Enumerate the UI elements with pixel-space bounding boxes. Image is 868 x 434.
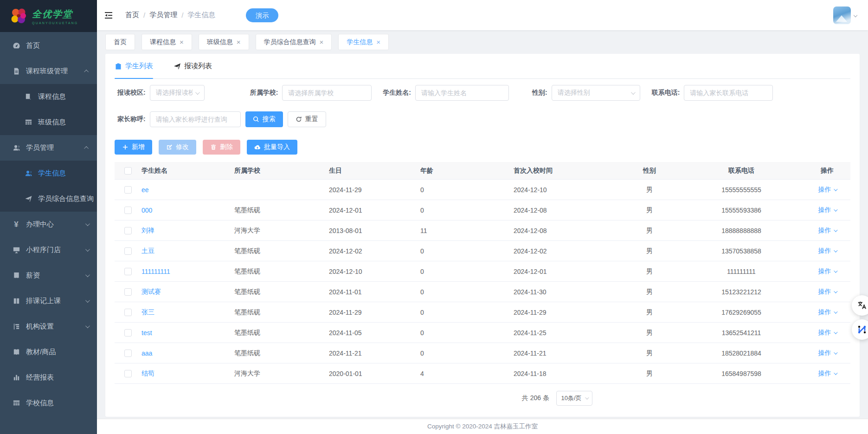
- row-checkbox[interactable]: [124, 288, 132, 296]
- search-button[interactable]: 搜索: [245, 111, 283, 127]
- reset-button[interactable]: 重置: [288, 111, 326, 127]
- chart-icon: [12, 374, 20, 382]
- edit-button[interactable]: 修改: [159, 140, 196, 155]
- student-name-link[interactable]: 000: [141, 207, 234, 214]
- filter-form: 报读校区: 请选择报读校区 所属学校: 学生姓名:: [115, 85, 850, 127]
- batch-import-button[interactable]: 批量导入: [247, 140, 297, 155]
- select-all-checkbox[interactable]: [124, 167, 132, 175]
- tab-enrollment-list[interactable]: 报读列表: [174, 54, 212, 78]
- row-action-link[interactable]: 操作: [818, 329, 836, 337]
- app-window: 全优学堂 QUANYOUXUETANG 首页 课程班级管理 课程信息: [0, 0, 868, 434]
- row-checkbox[interactable]: [124, 370, 132, 377]
- pagination-total: 共 206 条: [522, 394, 549, 402]
- row-action-link[interactable]: 操作: [818, 308, 836, 317]
- tab-student-info[interactable]: 学生信息 ×: [338, 34, 389, 50]
- gender-select[interactable]: 请选择性别: [552, 85, 640, 101]
- breadcrumb: 首页 / 学员管理 / 学生信息: [125, 11, 215, 19]
- tab-home[interactable]: 首页: [105, 34, 135, 50]
- sidebar-collapse-icon[interactable]: [104, 10, 114, 20]
- student-name-link[interactable]: 结苟: [141, 369, 234, 378]
- school-input[interactable]: [282, 85, 372, 101]
- student-name-link[interactable]: test: [141, 329, 234, 337]
- tab-student-list[interactable]: 学生列表: [115, 54, 153, 78]
- parent-title-label: 家长称呼:: [117, 115, 146, 123]
- sidebar-item-student-query[interactable]: 学员综合信息查询: [0, 186, 97, 212]
- document-icon: [12, 67, 20, 76]
- sidebar-item-miniprogram-store[interactable]: 小程序门店: [0, 237, 97, 263]
- sidebar-item-schedule[interactable]: 排课记上课: [0, 288, 97, 314]
- delete-button[interactable]: 删除: [203, 140, 240, 155]
- row-action-link[interactable]: 操作: [818, 186, 836, 194]
- student-name-link[interactable]: 111111111: [141, 268, 234, 275]
- phone-input[interactable]: [684, 85, 773, 101]
- user-avatar[interactable]: [833, 6, 851, 24]
- row-checkbox[interactable]: [124, 350, 132, 357]
- page-size-select[interactable]: 10条/页: [556, 391, 592, 406]
- breadcrumb-student-mgmt[interactable]: 学员管理: [149, 11, 177, 19]
- row-action-link[interactable]: 操作: [818, 349, 836, 357]
- sidebar-item-student-info[interactable]: 学生信息: [0, 161, 97, 186]
- sidebar-item-org-settings[interactable]: 机构设置: [0, 314, 97, 339]
- row-checkbox[interactable]: [124, 268, 132, 275]
- monitor-icon: [12, 246, 20, 254]
- row-action-link[interactable]: 操作: [818, 267, 836, 276]
- sidebar-item-salary[interactable]: 薪资: [0, 263, 97, 288]
- tab-course-info[interactable]: 课程信息 ×: [141, 34, 192, 50]
- sidebar-menu: 首页 课程班级管理 课程信息 班级信息 学: [0, 32, 97, 434]
- avatar-caret-icon[interactable]: [854, 13, 857, 17]
- student-name-link[interactable]: 土豆: [141, 247, 234, 255]
- row-checkbox[interactable]: [124, 329, 132, 337]
- add-button[interactable]: 新增: [115, 140, 152, 155]
- breadcrumb-home[interactable]: 首页: [125, 11, 139, 19]
- class-grid-icon: [24, 118, 32, 127]
- tab-class-info[interactable]: 班级信息 ×: [199, 34, 249, 50]
- sidebar-item-reports[interactable]: 经营报表: [0, 365, 97, 390]
- row-checkbox[interactable]: [124, 207, 132, 214]
- chevron-down-icon: [85, 324, 90, 328]
- sidebar-item-service-center[interactable]: ¥ 办理中心: [0, 212, 97, 237]
- table-row: ee 2024-11-29 0 2024-12-10 男 15555555555…: [115, 180, 850, 200]
- chevron-down-icon: [85, 247, 90, 252]
- course-doc-icon: [24, 93, 32, 101]
- demo-button[interactable]: 演示: [246, 8, 278, 22]
- edit-icon: [166, 144, 173, 150]
- close-icon[interactable]: ×: [180, 39, 184, 45]
- row-action-link[interactable]: 操作: [818, 227, 836, 235]
- table-row: aaa 笔墨纸砚 2024-11-21 0 2024-11-21 男 18528…: [115, 343, 850, 363]
- row-checkbox[interactable]: [124, 247, 132, 255]
- close-icon[interactable]: ×: [376, 39, 380, 45]
- logo: 全优学堂 QUANYOUXUETANG: [0, 0, 97, 32]
- row-action-link[interactable]: 操作: [818, 288, 836, 296]
- student-name-link[interactable]: ee: [141, 186, 234, 194]
- student-name-link[interactable]: 测试赛: [141, 288, 234, 296]
- phone-label: 联系电话:: [652, 89, 680, 97]
- sidebar-item-home[interactable]: 首页: [0, 33, 97, 58]
- trash-icon: [210, 144, 217, 150]
- close-icon[interactable]: ×: [237, 39, 241, 45]
- tab-student-query[interactable]: 学员综合信息查询 ×: [256, 34, 332, 50]
- content-card: 学生列表 报读列表 报读校区: 请选择报读校区: [105, 54, 860, 417]
- sidebar-item-school-info[interactable]: 学校信息: [0, 390, 97, 416]
- sidebar-item-course-info[interactable]: 课程信息: [0, 84, 97, 110]
- sidebar-item-course-class-mgmt[interactable]: 课程班级管理: [0, 58, 97, 84]
- student-name-input[interactable]: [415, 85, 509, 101]
- sidebar-item-materials[interactable]: 教材/商品: [0, 339, 97, 365]
- row-checkbox[interactable]: [124, 309, 132, 316]
- student-name-link[interactable]: 张三: [141, 308, 234, 317]
- row-checkbox[interactable]: [124, 186, 132, 194]
- send-icon: [24, 195, 32, 203]
- sidebar-item-student-mgmt[interactable]: 学员管理: [0, 135, 97, 161]
- org-icon: [12, 323, 20, 331]
- logo-title: 全优学堂: [32, 8, 78, 20]
- sidebar-item-class-info[interactable]: 班级信息: [0, 110, 97, 135]
- gender-label: 性别:: [532, 89, 547, 97]
- student-name-link[interactable]: 刘禅: [141, 227, 234, 235]
- campus-select[interactable]: 请选择报读校区: [150, 85, 205, 101]
- parent-title-input[interactable]: [150, 111, 241, 127]
- row-checkbox[interactable]: [124, 227, 132, 234]
- row-action-link[interactable]: 操作: [818, 369, 836, 378]
- row-action-link[interactable]: 操作: [818, 247, 836, 255]
- student-name-link[interactable]: aaa: [141, 350, 234, 357]
- row-action-link[interactable]: 操作: [818, 206, 836, 214]
- close-icon[interactable]: ×: [320, 39, 324, 45]
